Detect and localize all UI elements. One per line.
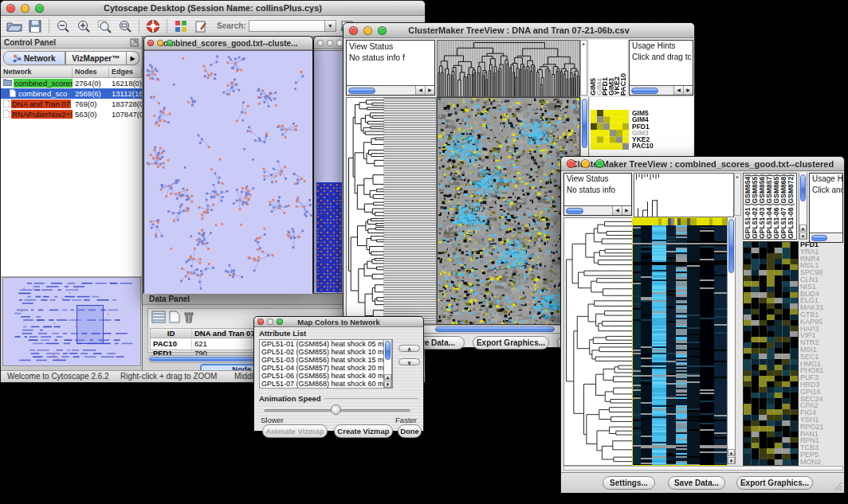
search-dropdown-icon[interactable]: ▼ <box>325 20 336 32</box>
scroll-right-icon[interactable]: ▶ <box>425 86 434 95</box>
gene-label[interactable]: MON2 <box>800 459 844 464</box>
minimize-icon[interactable] <box>157 40 163 46</box>
window-controls[interactable] <box>1 4 44 13</box>
open-folder-icon[interactable] <box>5 18 24 35</box>
panel-hscrollbar[interactable]: ◀▶ <box>347 85 434 95</box>
settings-button[interactable]: Settings... <box>603 476 655 490</box>
usage-hints-label: Usage Hi <box>810 174 842 185</box>
minimize-icon[interactable] <box>21 4 29 13</box>
tab-network[interactable]: Network <box>3 51 65 65</box>
zoom-window-icon[interactable] <box>277 318 283 325</box>
minimize-icon[interactable] <box>327 40 333 46</box>
tab-overflow-icon[interactable]: ▶ <box>127 51 139 65</box>
correlation-checkerboard-canvas[interactable] <box>591 110 629 150</box>
minimize-icon[interactable] <box>267 318 273 325</box>
scroll-left-icon[interactable]: ◀ <box>673 86 683 95</box>
column-dendrogram-canvas[interactable] <box>437 40 580 97</box>
network-canvas[interactable] <box>144 51 312 294</box>
main-titlebar[interactable]: Cytoscape Desktop (Session Name: collins… <box>1 1 425 16</box>
scroll-right-icon[interactable]: ▶ <box>622 206 631 215</box>
zoom-in-icon[interactable] <box>74 18 93 35</box>
birdseye-view-canvas[interactable] <box>2 277 141 366</box>
close-icon[interactable] <box>317 40 324 46</box>
tab-vizmapper[interactable]: VizMapper™ <box>65 51 128 65</box>
minimize-icon[interactable] <box>581 159 590 168</box>
resize-grip[interactable] <box>832 481 842 491</box>
close-icon[interactable] <box>349 26 358 35</box>
column-header[interactable]: ID <box>151 329 192 338</box>
splitter[interactable]: ▸ <box>734 173 741 216</box>
export-graphics-button[interactable]: Export Graphics... <box>736 476 813 490</box>
column-dendrogram-canvas[interactable] <box>634 173 734 217</box>
attribute-list-item[interactable]: GPL51-07 (GSM868) heat shock 60 min <box>260 380 383 388</box>
control-panel-title: Control Panel <box>4 38 56 47</box>
close-icon[interactable] <box>147 40 154 46</box>
panel-hscrollbar[interactable]: ◀▶ <box>630 85 693 95</box>
labels-vscrollbar[interactable]: ▲ ▼ <box>799 173 807 240</box>
zoom-selected-icon[interactable] <box>95 18 114 35</box>
network-view-window-2 <box>313 36 345 293</box>
view-status-text: No status info <box>564 185 631 196</box>
scroll-left-icon[interactable]: ◀ <box>415 86 425 95</box>
attribute-list-item[interactable]: GPL51-03 (GSM856) heat shock 15 min <box>260 356 383 364</box>
move-down-button[interactable]: ∨ <box>398 358 420 365</box>
done-button[interactable]: Done <box>398 424 422 438</box>
list-vscrollbar[interactable]: ▲ ▼ <box>383 340 392 388</box>
panel-hscrollbar[interactable]: ◀▶ <box>564 205 631 215</box>
scroll-left-icon[interactable]: ◀ <box>612 206 622 215</box>
heatmap-canvas[interactable] <box>632 217 728 466</box>
annotation-icon[interactable] <box>192 18 211 35</box>
faster-label: Faster <box>395 416 417 424</box>
zoom-window-icon[interactable] <box>336 40 343 46</box>
zoom-fit-icon[interactable] <box>116 18 135 35</box>
table-row-selected[interactable]: combined_sco 2569(6)13112(15) <box>1 88 142 99</box>
animate-vizmap-button[interactable]: Animate Vizmap <box>262 424 328 438</box>
attribute-list-item[interactable]: GPL51-06 (GSM865) heat shock 40 min <box>260 372 383 380</box>
network-canvas-2[interactable] <box>314 51 344 293</box>
heatmap-canvas[interactable] <box>437 97 580 325</box>
splitter[interactable]: ▸ <box>580 40 587 96</box>
scroll-down-icon[interactable]: ▼ <box>728 457 735 464</box>
search-input[interactable] <box>249 20 325 32</box>
table-row[interactable]: RNAPuberNov2+! 563(0)107847(0) <box>1 109 142 119</box>
attribute-list-item[interactable]: GPL51-01 (GSM854) heat shock 05 min <box>260 340 383 348</box>
save-icon[interactable] <box>26 18 45 35</box>
save-data-button[interactable]: Save Data... <box>668 476 725 490</box>
attribute-list-item[interactable]: GPL51-04 (GSM857) heat shock 20 min <box>260 364 383 372</box>
row-dendrogram-canvas[interactable] <box>563 217 633 466</box>
gene-label: PAC10 <box>632 143 654 149</box>
table-row[interactable]: DNA and Tran 07 769(0)183728(0) <box>1 99 142 109</box>
create-vizmap-button[interactable]: Create Vizmap <box>334 424 393 438</box>
scroll-up-icon[interactable]: ▲ <box>799 225 807 232</box>
zoom-out-icon[interactable] <box>53 18 73 35</box>
scroll-up-icon[interactable]: ▲ <box>384 374 391 381</box>
zoom-window-icon[interactable] <box>595 159 604 168</box>
select-attributes-icon[interactable] <box>151 311 166 326</box>
close-icon[interactable] <box>6 4 15 13</box>
scroll-right-icon[interactable]: ▶ <box>683 86 693 95</box>
speed-slider-thumb[interactable] <box>331 404 341 415</box>
attribute-list-item[interactable]: GPL51-02 (GSM855) heat shock 10 min <box>260 348 383 356</box>
new-attribute-icon[interactable] <box>169 311 180 326</box>
search-label: Search: <box>217 21 246 30</box>
scroll-down-icon[interactable]: ▼ <box>384 381 391 388</box>
float-panel-icon[interactable] <box>130 38 139 47</box>
table-row[interactable]: combined_scores_ 2764(0)16218(0) <box>1 78 142 88</box>
vizmapper-icon[interactable] <box>171 18 190 35</box>
close-icon[interactable] <box>257 318 264 325</box>
heatmap-vscrollbar[interactable]: ▲ ▼ <box>727 217 736 464</box>
row-dendrogram-canvas[interactable] <box>346 97 437 325</box>
zoom-window-icon[interactable] <box>378 26 387 35</box>
minimize-icon[interactable] <box>363 26 372 35</box>
zoom-window-icon[interactable] <box>35 4 44 13</box>
scroll-down-icon[interactable]: ▼ <box>799 232 807 240</box>
scroll-up-icon[interactable]: ▲ <box>728 449 735 456</box>
close-icon[interactable] <box>567 159 575 168</box>
map-colors-dialog: Map Colors to Network Attribute List GPL… <box>253 316 424 432</box>
secondary-heatmap-canvas[interactable] <box>743 241 799 466</box>
export-graphics-button[interactable]: Export Graphics... <box>473 336 549 350</box>
zoom-window-icon[interactable] <box>167 40 173 46</box>
delete-attribute-icon[interactable] <box>183 311 194 326</box>
help-lifebuoy-icon[interactable] <box>143 18 163 35</box>
move-up-button[interactable]: ∧ <box>398 345 420 352</box>
